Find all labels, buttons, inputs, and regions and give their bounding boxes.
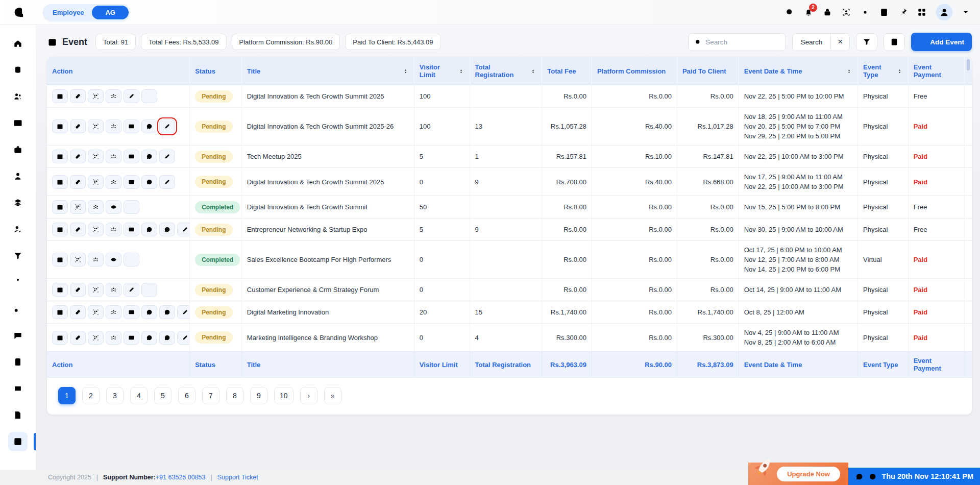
calendar-action-button[interactable] <box>52 175 68 189</box>
settings-icon[interactable] <box>860 7 870 17</box>
link-action-button[interactable] <box>70 150 86 163</box>
notifications-icon[interactable]: 2 <box>803 7 814 17</box>
crowd-action-button[interactable] <box>106 223 121 236</box>
pencil-action-button[interactable] <box>159 150 175 163</box>
search-button[interactable]: Search <box>793 34 831 51</box>
mail-action-button[interactable] <box>124 223 139 236</box>
clear-search-button[interactable]: × <box>831 34 849 51</box>
qr-action-button[interactable] <box>70 253 86 266</box>
qr-action-button[interactable] <box>70 200 86 214</box>
crowd-action-button[interactable] <box>88 200 104 214</box>
scrollbar-thumb[interactable] <box>967 59 970 70</box>
sidebar-item-employee-directory[interactable] <box>0 428 36 455</box>
calendar-action-button[interactable] <box>52 305 68 319</box>
filter-button[interactable] <box>856 33 877 51</box>
pagination-page-button[interactable]: 7 <box>202 387 219 404</box>
link-action-button[interactable] <box>70 283 86 297</box>
pagination-page-button[interactable]: 2 <box>82 387 100 404</box>
link-action-button[interactable] <box>70 119 86 133</box>
link-action-button[interactable] <box>70 175 86 189</box>
search-input[interactable] <box>705 38 779 46</box>
pagination-page-button[interactable]: 1 <box>58 387 76 404</box>
sidebar-item-pos-device[interactable] <box>0 349 36 375</box>
crowd-action-button[interactable] <box>106 305 121 319</box>
notes-button[interactable] <box>884 33 905 51</box>
add-event-button[interactable]: Add Event <box>911 33 972 51</box>
help-chat-icon[interactable] <box>855 472 864 481</box>
face-scan-icon[interactable] <box>841 7 851 17</box>
sidebar-item-jobs[interactable] <box>0 136 36 163</box>
pencil-action-button[interactable] <box>177 331 190 345</box>
qr-action-button[interactable] <box>88 223 104 236</box>
link-action-button[interactable] <box>70 223 86 236</box>
calendar-action-button[interactable] <box>52 200 68 214</box>
pagination-page-button[interactable]: 3 <box>106 387 124 404</box>
qr-action-button[interactable] <box>88 331 104 345</box>
crowd-action-button[interactable] <box>106 331 121 345</box>
eye-action-button[interactable] <box>106 200 121 214</box>
whatsapp-action-button[interactable] <box>159 223 175 236</box>
calendar-action-button[interactable] <box>52 331 68 345</box>
column-header-date[interactable]: Event Date & Time <box>739 57 857 85</box>
sidebar-item-access-keys[interactable] <box>0 296 36 322</box>
table-scrollbar-gutter[interactable] <box>965 57 972 85</box>
whatsapp-action-button[interactable] <box>159 305 175 319</box>
close-action-button[interactable] <box>141 89 157 103</box>
pagination-page-button[interactable]: 4 <box>130 387 148 404</box>
chevron-down-icon[interactable] <box>962 8 970 16</box>
whatsapp-action-button[interactable] <box>141 331 157 345</box>
notes-icon[interactable] <box>879 7 889 17</box>
sidebar-item-payroll[interactable] <box>0 57 36 83</box>
pagination-page-button[interactable]: 6 <box>178 387 195 404</box>
support-phone-link[interactable]: +91 63525 00853 <box>156 474 206 481</box>
whatsapp-action-button[interactable] <box>141 150 157 163</box>
mail-action-button[interactable] <box>124 331 139 345</box>
lock-icon[interactable] <box>822 7 832 17</box>
crowd-action-button[interactable] <box>106 283 121 297</box>
crowd-action-button[interactable] <box>106 119 121 133</box>
pagination-page-button[interactable]: 8 <box>226 387 243 404</box>
column-header-type[interactable]: Event Type <box>858 57 909 85</box>
search-icon[interactable] <box>785 7 795 17</box>
toggle-ag[interactable]: AG <box>92 6 129 19</box>
pagination-page-button[interactable]: 5 <box>154 387 172 404</box>
pagination-last-button[interactable]: » <box>324 387 341 404</box>
whatsapp-action-button[interactable] <box>141 223 157 236</box>
column-header-title[interactable]: Title <box>241 57 414 85</box>
sidebar-item-leads[interactable] <box>0 243 36 269</box>
link-action-button[interactable] <box>70 89 86 103</box>
qr-action-button[interactable] <box>88 175 104 189</box>
close-action-button[interactable] <box>124 200 139 214</box>
mail-action-button[interactable] <box>124 305 139 319</box>
app-logo[interactable] <box>0 5 36 19</box>
pencil-action-button[interactable] <box>159 119 175 133</box>
pagination-page-button[interactable]: 10 <box>274 387 293 404</box>
sidebar-item-home[interactable] <box>0 30 36 57</box>
pagination-page-button[interactable]: 9 <box>250 387 267 404</box>
qr-action-button[interactable] <box>88 305 104 319</box>
mail-action-button[interactable] <box>124 175 139 189</box>
sidebar-item-candidates[interactable] <box>0 269 36 296</box>
sidebar-item-workstation[interactable] <box>0 375 36 402</box>
sidebar-item-clients[interactable] <box>0 163 36 189</box>
user-avatar[interactable] <box>936 4 953 21</box>
toggle-employee[interactable]: Employee <box>44 6 92 19</box>
qr-action-button[interactable] <box>88 283 104 297</box>
crowd-action-button[interactable] <box>88 253 104 266</box>
calendar-action-button[interactable] <box>52 89 68 103</box>
pencil-action-button[interactable] <box>177 223 190 236</box>
whatsapp-action-button[interactable] <box>159 331 175 345</box>
column-header-visitor[interactable]: Visitor Limit <box>414 57 470 85</box>
link-action-button[interactable] <box>70 331 86 345</box>
pencil-action-button[interactable] <box>159 175 175 189</box>
crowd-action-button[interactable] <box>106 89 121 103</box>
eye-action-button[interactable] <box>106 253 121 266</box>
mail-action-button[interactable] <box>124 119 139 133</box>
whatsapp-action-button[interactable] <box>141 305 157 319</box>
support-ticket-link[interactable]: Support Ticket <box>217 474 258 481</box>
qr-action-button[interactable] <box>88 119 104 133</box>
calendar-action-button[interactable] <box>52 150 68 163</box>
close-action-button[interactable] <box>141 283 157 297</box>
apps-grid-icon[interactable] <box>917 7 927 17</box>
calendar-action-button[interactable] <box>52 283 68 297</box>
